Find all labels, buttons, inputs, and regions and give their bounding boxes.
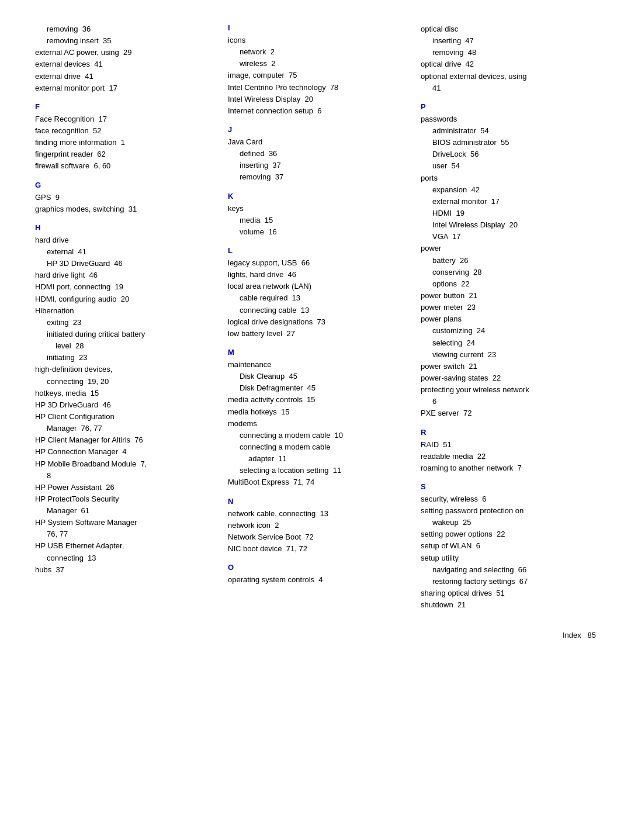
index-entry: power: [421, 243, 596, 254]
column-0: removing 36removing insert 35external AC…: [35, 23, 228, 619]
section-1-3: Llegacy support, USB 66lights, hard driv…: [228, 246, 403, 340]
entry-page: 11: [328, 466, 341, 475]
index-entry: 41: [432, 82, 596, 94]
index-entry: 8: [47, 470, 210, 482]
entry-text: MultiBoot Express: [228, 478, 289, 486]
entry-text: wireless: [240, 59, 267, 68]
index-entry: initiated during critical battery: [47, 329, 210, 340]
entry-text: GPS: [35, 193, 51, 202]
entry-text: network icon: [228, 521, 271, 530]
index-entry: face recognition 52: [35, 125, 210, 137]
entry-page: 52: [89, 126, 102, 135]
index-entry: defined 36: [240, 148, 403, 160]
entry-text: HP Mobile Broadband Module: [35, 459, 136, 468]
entry-page: 20: [505, 220, 518, 229]
entry-text: power button: [421, 291, 464, 300]
entry-text: optical disc: [421, 25, 458, 33]
entry-page: 23: [75, 353, 88, 362]
entry-text: conserving: [432, 268, 469, 276]
index-entry: Face Recognition 17: [35, 113, 210, 125]
entry-text: removing: [47, 25, 78, 33]
entry-text: connecting cable: [240, 306, 297, 314]
entry-text: VGA: [432, 232, 448, 241]
footer-text: Index: [563, 631, 581, 639]
section-letter-S: S: [421, 482, 596, 491]
entry-text: network: [240, 47, 266, 56]
entry-text: connecting a modem cable: [240, 443, 330, 451]
index-entry: HP 3D DriveGuard 46: [47, 258, 210, 269]
entry-text: local area network (LAN): [228, 282, 311, 291]
section-letter-F: F: [35, 102, 210, 111]
entry-text: hard drive: [35, 236, 69, 244]
index-entry: HDMI 19: [432, 208, 596, 219]
index-entry: media activity controls 15: [228, 394, 403, 406]
entry-page: 72: [301, 533, 314, 541]
entry-text: viewing current: [432, 350, 483, 359]
entry-page: 66: [297, 258, 310, 267]
entry-text: HDMI, configuring audio: [35, 295, 116, 303]
index-entry: HP Client Configuration: [35, 411, 210, 423]
index-entry: modems: [228, 418, 403, 430]
section-0-0: removing 36removing insert 35external AC…: [35, 23, 210, 94]
index-entry: power plans: [421, 313, 596, 325]
entry-page: 21: [464, 362, 477, 371]
index-entry: administrator 54: [432, 125, 596, 137]
entry-page: 19, 20: [84, 377, 109, 386]
index-entry: cable required 13: [240, 292, 403, 304]
entry-text: Network Service Boot: [228, 533, 301, 541]
index-entry: removing insert 35: [47, 35, 210, 47]
entry-page: 13: [297, 306, 310, 314]
entry-text: modems: [228, 419, 257, 428]
index-entry: Manager 76, 77: [47, 423, 210, 434]
index-entry: setting password protection on: [421, 505, 596, 517]
entry-text: HP System Software Manager: [35, 518, 137, 527]
section-letter-P: P: [421, 102, 596, 111]
index-entry: Manager 61: [47, 505, 210, 517]
index-entry: setup of WLAN 6: [421, 540, 596, 552]
entry-text: network cable, connecting: [228, 509, 316, 518]
index-entry: ports: [421, 172, 596, 184]
index-entry: keys: [228, 203, 403, 215]
entry-page: 54: [447, 161, 460, 170]
entry-page: 37: [271, 172, 283, 181]
index-entry: Network Service Boot 72: [228, 531, 403, 543]
entry-text: setting password protection on: [421, 506, 523, 515]
entry-page: 51: [439, 440, 452, 449]
entry-text: face recognition: [35, 126, 89, 135]
entry-text: external: [47, 247, 74, 256]
entry-page: 35: [99, 36, 112, 45]
index-entry: external monitor 17: [432, 196, 596, 208]
index-entry: connecting cable 13: [240, 305, 403, 316]
entry-page: 6: [478, 495, 486, 503]
entry-page: 41: [81, 72, 93, 81]
index-entry: power button 21: [421, 290, 596, 302]
entry-page: 61: [77, 506, 89, 515]
entry-page: 13: [287, 293, 300, 302]
entry-text: exiting: [47, 318, 69, 327]
entry-text: user: [432, 161, 447, 170]
entry-text: Intel Centrino Pro technology: [228, 83, 326, 92]
index-entry: Java Card: [228, 136, 403, 148]
entry-page: 42: [461, 60, 474, 68]
index-entry: hard drive: [35, 234, 210, 246]
entry-text: firewall software: [35, 161, 89, 170]
entry-text: connecting: [47, 377, 84, 386]
entry-page: 46: [110, 259, 123, 268]
entry-page: 19: [110, 282, 123, 291]
entry-text: Face Recognition: [35, 115, 94, 123]
entry-page: 27: [282, 329, 295, 338]
index-entry: optical disc: [421, 23, 596, 35]
entry-page: 22: [488, 374, 501, 382]
index-entry: volume 16: [240, 226, 403, 238]
entry-page: 72: [459, 409, 472, 417]
section-2-0: optical discinserting 47removing 48optic…: [421, 23, 596, 94]
index-entry: RAID 51: [421, 439, 596, 451]
section-0-1: FFace Recognition 17face recognition 52f…: [35, 102, 210, 172]
section-1-2: Kkeysmedia 15volume 16: [228, 192, 403, 238]
entry-text: Disk Cleanup: [240, 372, 285, 381]
index-entry: roaming to another network 7: [421, 462, 596, 474]
index-entry: shutdown 21: [421, 599, 596, 611]
entry-page: 1: [116, 138, 124, 147]
index-entry: network 2: [240, 46, 403, 58]
entry-text: customizing: [432, 326, 473, 335]
